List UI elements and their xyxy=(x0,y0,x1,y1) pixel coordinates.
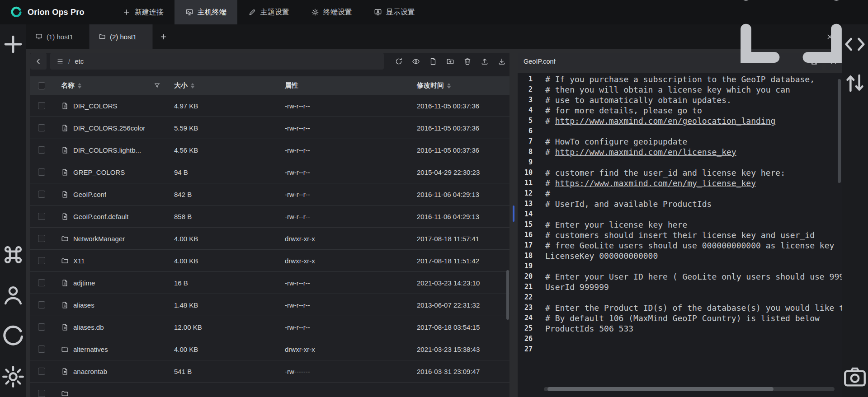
scrollbar-thumb[interactable] xyxy=(506,270,509,320)
tab-host1-terminal[interactable]: (1) host1 xyxy=(26,24,90,49)
row-checkbox[interactable] xyxy=(38,124,45,131)
new-connection-icon[interactable] xyxy=(0,31,26,57)
file-size: 4.00 KB xyxy=(174,346,285,353)
filter-funnel-icon[interactable] xyxy=(154,82,160,89)
row-checkbox[interactable] xyxy=(38,279,45,286)
table-row[interactable]: adjtime16 B-rw-r--r--2021-03-23 14:23:10 xyxy=(30,272,509,294)
new-file-button[interactable] xyxy=(425,54,441,69)
row-checkbox[interactable] xyxy=(38,301,45,308)
nav-display-settings[interactable]: 显示设置 xyxy=(363,0,426,24)
file-name[interactable]: aliases xyxy=(73,301,94,309)
row-checkbox[interactable] xyxy=(38,368,45,375)
new-folder-button[interactable] xyxy=(443,54,458,69)
scrollbar-thumb[interactable] xyxy=(838,79,841,183)
file-name[interactable]: alternatives xyxy=(73,346,108,353)
table-row[interactable]: DIR_COLORS.lightb...4.56 KB-rw-r--r--201… xyxy=(30,139,509,161)
row-checkbox[interactable] xyxy=(38,102,45,109)
path-breadcrumb[interactable]: / etc xyxy=(50,53,384,70)
editor-vertical-scrollbar[interactable] xyxy=(838,74,841,383)
table-row[interactable]: DIR_COLORS.256color5.59 KB-rw-r--r--2016… xyxy=(30,117,509,139)
editor-code[interactable]: # If you purchase a subscription to the … xyxy=(538,74,842,397)
code-line: UserId 999999 xyxy=(545,282,842,292)
upload-button[interactable] xyxy=(477,54,492,69)
refresh-button[interactable] xyxy=(391,54,406,69)
file-table-scrollbar[interactable] xyxy=(506,118,509,394)
table-row[interactable]: alternatives4.00 KBdrwxr-xr-x2021-03-23 … xyxy=(30,338,509,360)
table-row[interactable]: aliases.db12.00 KB-rw-r--r--2017-08-18 0… xyxy=(30,316,509,338)
new-tab-button[interactable] xyxy=(153,24,174,49)
file-name[interactable]: DIR_COLORS.256color xyxy=(73,124,145,132)
select-all-checkbox[interactable] xyxy=(38,82,45,89)
new-folder-icon xyxy=(446,57,454,65)
file-name[interactable]: anacrontab xyxy=(73,368,107,375)
folder-icon xyxy=(61,346,69,353)
row-checkbox[interactable] xyxy=(38,168,45,176)
sort-name-control[interactable] xyxy=(78,83,81,89)
table-row[interactable]: GREP_COLORS94 B-rw-r--r--2015-04-29 22:3… xyxy=(30,161,509,183)
code-link[interactable]: http://www.maxmind.com/en/geolocation_la… xyxy=(555,116,776,126)
table-row[interactable]: GeoIP.conf.default858 B-rw-r--r--2016-11… xyxy=(30,206,509,228)
row-checkbox[interactable] xyxy=(38,235,45,242)
file-name[interactable]: GREP_COLORS xyxy=(73,168,125,176)
file-name[interactable]: adjtime xyxy=(73,279,95,287)
file-name[interactable]: GeoIP.conf.default xyxy=(73,213,128,220)
row-checkbox[interactable] xyxy=(38,146,45,154)
code-editor[interactable]: 1234567891011121314151617181920212223242… xyxy=(518,73,842,397)
file-icon xyxy=(61,279,69,287)
table-row[interactable]: aliases1.48 KB-rw-r--r--2013-06-07 22:31… xyxy=(30,294,509,316)
back-button[interactable] xyxy=(30,53,47,70)
file-name[interactable]: DIR_COLORS.lightb... xyxy=(73,146,141,154)
file-name[interactable]: DIR_COLORS xyxy=(73,102,118,110)
splitter-grip[interactable] xyxy=(513,206,514,222)
fullscreen-icon[interactable] xyxy=(723,0,859,80)
file-attr: -rw-r--r-- xyxy=(285,191,410,198)
scrollbar-thumb[interactable] xyxy=(547,387,774,391)
row-checkbox[interactable] xyxy=(38,257,45,264)
delete-button[interactable] xyxy=(460,54,475,69)
code-line xyxy=(545,157,842,168)
line-number: 22 xyxy=(518,292,533,303)
line-number: 17 xyxy=(518,240,533,251)
nav-terminal-settings[interactable]: 终端设置 xyxy=(300,0,363,24)
table-row[interactable] xyxy=(30,383,509,397)
panel-splitter[interactable] xyxy=(509,49,518,397)
row-checkbox[interactable] xyxy=(38,191,45,198)
command-icon[interactable] xyxy=(0,242,26,268)
row-checkbox[interactable] xyxy=(38,346,45,353)
file-name[interactable]: GeoIP.conf xyxy=(73,191,106,198)
table-row[interactable]: GeoIP.conf842 B-rw-r--r--2016-11-06 04:2… xyxy=(30,183,509,206)
file-attr: -rw-r--r-- xyxy=(285,213,410,220)
file-mtime: 2021-03-23 14:23:10 xyxy=(410,279,509,287)
file-name[interactable]: X11 xyxy=(73,257,85,265)
code-line: # http://www.maxmind.com/en/geolocation_… xyxy=(545,116,842,126)
file-name[interactable]: aliases.db xyxy=(73,323,104,331)
file-mtime: 2016-11-05 00:37:36 xyxy=(410,102,509,110)
row-checkbox[interactable] xyxy=(38,213,45,220)
table-row[interactable]: X114.00 KBdrwxr-xr-x2017-08-18 11:51:42 xyxy=(30,250,509,272)
sort-mtime-control[interactable] xyxy=(447,83,451,89)
line-number: 1 xyxy=(518,74,533,84)
download-button[interactable] xyxy=(494,54,509,69)
nav-theme-settings[interactable]: 主题设置 xyxy=(237,0,300,24)
table-row[interactable]: anacrontab541 B-rw-------2016-03-31 23:0… xyxy=(30,360,509,383)
tab-host1-files[interactable]: (2) host1 xyxy=(90,24,153,49)
camera-icon[interactable] xyxy=(842,364,868,390)
file-icon xyxy=(61,102,69,110)
file-name[interactable]: NetworkManager xyxy=(73,235,125,243)
trash-icon xyxy=(463,57,472,65)
editor-horizontal-scrollbar[interactable] xyxy=(544,387,835,391)
table-row[interactable]: NetworkManager4.00 KBdrwxr-xr-x2017-08-1… xyxy=(30,228,509,250)
show-hidden-button[interactable] xyxy=(408,54,424,69)
code-link[interactable]: http://www.maxmind.com/en/license_key xyxy=(555,147,736,157)
row-checkbox[interactable] xyxy=(38,390,45,397)
path-segment[interactable]: etc xyxy=(75,57,84,65)
users-icon[interactable] xyxy=(0,282,26,308)
code-link[interactable]: https://www.maxmind.com/en/my_license_ke… xyxy=(555,178,756,188)
settings-gear-icon[interactable] xyxy=(0,364,26,390)
nav-host-terminal[interactable]: 主机终端 xyxy=(175,0,237,24)
sort-size-control[interactable] xyxy=(191,83,194,89)
table-row[interactable]: DIR_COLORS4.97 KB-rw-r--r--2016-11-05 00… xyxy=(30,95,509,117)
swirl-theme-icon[interactable] xyxy=(0,323,26,349)
row-checkbox[interactable] xyxy=(38,323,45,331)
nav-new-connection[interactable]: 新建连接 xyxy=(112,0,175,24)
